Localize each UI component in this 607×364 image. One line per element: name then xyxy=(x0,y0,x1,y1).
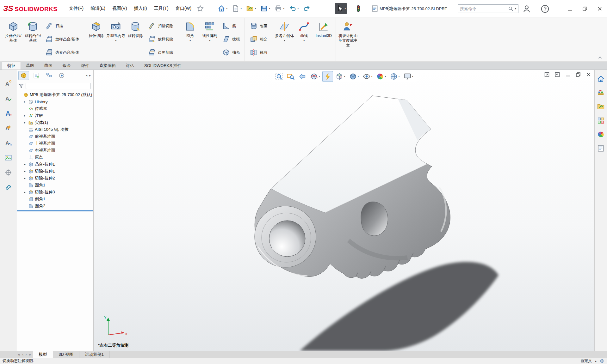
tree-item-5[interactable]: AISI 1045 钢, 冷拔 xyxy=(16,126,93,133)
restore-document-button[interactable] xyxy=(575,71,581,79)
tree-item-1[interactable]: ▸History xyxy=(16,98,93,105)
expand-arrow-icon[interactable]: ▸ xyxy=(23,114,27,117)
minimize-document-button[interactable] xyxy=(565,71,571,79)
expand-arrow-icon[interactable]: ▸ xyxy=(23,100,27,103)
dropdown-caret-icon[interactable]: ▾ xyxy=(385,75,386,78)
ribbon-loft-cut-button[interactable]: 放样切除 xyxy=(145,33,176,46)
help-button[interactable] xyxy=(540,4,550,14)
rebuild-button[interactable] xyxy=(353,3,363,14)
bottom-tab-1[interactable]: 3D 视图 xyxy=(53,351,79,358)
tab-scroll-0[interactable]: « xyxy=(17,353,21,356)
ribbon-macro-cn-button[interactable]: 将设计树由英文改成中文 xyxy=(338,18,358,60)
model-part[interactable] xyxy=(255,96,450,278)
filter-funnel-icon[interactable] xyxy=(18,83,24,89)
tree-item-6[interactable]: 前视基准面 xyxy=(16,133,93,140)
menu-item-5[interactable]: 窗口(W) xyxy=(172,3,195,14)
ribbon-ref-geometry-button[interactable]: 参考几何体▾ xyxy=(275,18,294,60)
tree-item-12[interactable]: ▸切除-拉伸2 xyxy=(16,175,93,182)
ribbon-tab-2[interactable]: 曲面 xyxy=(39,62,58,70)
tree-item-7[interactable]: 上视基准面 xyxy=(16,140,93,147)
insert-picture-button[interactable] xyxy=(4,154,12,163)
dropdown-caret-icon[interactable]: ▾ xyxy=(297,7,299,10)
next-document-window-button[interactable] xyxy=(554,71,561,79)
command-search[interactable]: ▾ xyxy=(458,4,518,13)
print-button[interactable]: ▾ xyxy=(273,3,286,14)
caret-up-icon[interactable]: ▴ xyxy=(595,359,597,363)
ribbon-tab-3[interactable]: 钣金 xyxy=(58,62,76,70)
ribbon-tab-5[interactable]: 直接编辑 xyxy=(94,62,121,70)
open-document-button[interactable]: ▾ xyxy=(245,3,257,14)
tree-item-2[interactable]: 传感器 xyxy=(16,105,93,112)
home-button[interactable]: ▾ xyxy=(216,3,229,14)
hide-show-items-button[interactable]: ▾ xyxy=(361,71,374,82)
save-button[interactable]: ▾ xyxy=(259,3,271,14)
solidworks-resources-button[interactable] xyxy=(597,75,605,84)
ribbon-sweep-cut-button[interactable]: 扫描切除 xyxy=(145,19,176,33)
fm-tab-fm-config[interactable] xyxy=(44,71,54,80)
account-button[interactable] xyxy=(522,4,531,14)
select-button[interactable]: ▾ xyxy=(335,3,347,14)
hyperlink-button[interactable] xyxy=(4,183,12,193)
annotation-pattern-button[interactable]: A xyxy=(4,139,12,148)
expand-arrow-icon[interactable]: ▸ xyxy=(23,163,27,166)
ribbon-revolve-cut-button[interactable]: 旋转切除 xyxy=(126,18,145,60)
close-document-button[interactable] xyxy=(585,71,592,79)
expand-arrow-icon[interactable]: ▸ xyxy=(23,191,27,194)
rollback-bar[interactable] xyxy=(17,210,93,211)
tree-item-3[interactable]: ▸A注解 xyxy=(16,112,93,119)
fm-tab-fm-display[interactable] xyxy=(56,71,67,80)
ribbon-tab-0[interactable]: 特征 xyxy=(2,62,21,70)
dropdown-caret-icon[interactable]: ▾ xyxy=(371,75,372,78)
dropdown-caret-icon[interactable]: ▾ xyxy=(412,75,413,78)
tree-item-16[interactable]: 圆角2 xyxy=(16,203,93,209)
ribbon-mirror-button[interactable]: 镜向 xyxy=(247,46,270,59)
view-palette-button[interactable] xyxy=(597,117,605,126)
dropdown-caret-icon[interactable]: ▾ xyxy=(344,75,345,78)
ribbon-tab-4[interactable]: 焊件 xyxy=(76,62,94,70)
tree-item-15[interactable]: 倒角1 xyxy=(16,196,93,203)
tree-item-14[interactable]: ▸切除-拉伸3 xyxy=(16,189,93,196)
dropdown-caret-icon[interactable]: ▾ xyxy=(255,7,256,10)
ribbon-collapse-icon[interactable] xyxy=(597,55,603,60)
ribbon-tab-6[interactable]: 评估 xyxy=(121,62,139,70)
custom-properties-button[interactable] xyxy=(597,144,605,154)
dropdown-caret-icon[interactable]: ▾ xyxy=(319,75,320,78)
bottom-tab-0[interactable]: 模型 xyxy=(33,351,53,358)
ribbon-tab-7[interactable]: SOLIDWORKS 插件 xyxy=(139,62,187,70)
spell-checker-button[interactable]: A xyxy=(4,94,12,104)
redo-button[interactable] xyxy=(302,3,312,14)
expand-arrow-icon[interactable]: ▸ xyxy=(23,170,27,173)
ribbon-tab-1[interactable]: 草图 xyxy=(21,62,39,70)
tree-item-10[interactable]: ▸凸台-拉伸1 xyxy=(16,161,93,168)
dropdown-caret-icon[interactable]: ▾ xyxy=(303,39,305,42)
ribbon-rib-button[interactable]: 筋 xyxy=(220,19,242,33)
format-style-button[interactable]: A xyxy=(4,109,12,118)
view-settings-button[interactable]: ▾ xyxy=(402,71,415,82)
dropdown-caret-icon[interactable]: ▾ xyxy=(189,39,191,42)
tab-scroll-3[interactable]: » xyxy=(28,353,32,356)
dropdown-caret-icon[interactable]: ▾ xyxy=(357,75,359,78)
dropdown-caret-icon[interactable]: ▾ xyxy=(226,7,227,10)
ribbon-extrude-boss-button[interactable]: 拉伸凸台/基体 xyxy=(3,18,23,60)
close-window-button[interactable] xyxy=(592,0,607,17)
ribbon-draft-button[interactable]: 拔模 xyxy=(220,33,242,46)
menu-item-1[interactable]: 编辑(E) xyxy=(87,3,109,14)
display-style-button[interactable]: ▾ xyxy=(347,71,360,82)
fm-tab-fm-tree[interactable] xyxy=(18,71,29,80)
ribbon-shell-button[interactable]: 抽壳 xyxy=(220,46,242,59)
ribbon-hole-wizard-button[interactable]: 异型孔向导▾ xyxy=(106,18,126,60)
dropdown-caret-icon[interactable]: ▾ xyxy=(283,7,284,10)
ribbon-pattern-button[interactable]: 线性阵列▾ xyxy=(200,18,220,60)
zoom-to-fit-button[interactable] xyxy=(273,71,284,82)
fm-scroll-right-icon[interactable]: ▸ xyxy=(89,73,91,78)
minimize-window-button[interactable] xyxy=(562,0,577,17)
tree-item-9[interactable]: 原点 xyxy=(16,154,93,161)
expand-arrow-icon[interactable]: ▸ xyxy=(23,177,27,180)
favorites-star-icon[interactable] xyxy=(196,4,204,13)
previous-document-window-button[interactable] xyxy=(544,71,550,79)
dropdown-caret-icon[interactable]: ▾ xyxy=(284,39,285,42)
ribbon-fillet-button[interactable]: 圆角▾ xyxy=(180,18,200,60)
dropdown-caret-icon[interactable]: ▾ xyxy=(269,7,270,10)
ribbon-instant3d-button[interactable]: Instant3D xyxy=(314,18,333,60)
menu-item-2[interactable]: 视图(V) xyxy=(109,3,131,14)
